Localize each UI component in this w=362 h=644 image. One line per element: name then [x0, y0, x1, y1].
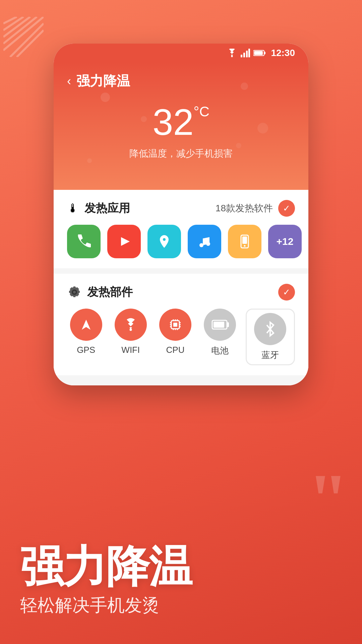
app-icon-maps[interactable] [147, 225, 181, 258]
status-bar: 12:30 [54, 44, 308, 62]
component-cpu[interactable]: CPU [156, 309, 194, 355]
app-icon-more[interactable]: +12 [268, 225, 302, 258]
svg-rect-8 [241, 55, 242, 57]
phone-body: 🌡 发热应用 18款发热软件 ✓ [54, 190, 308, 385]
svg-point-22 [129, 329, 132, 331]
page-title: 强力降温 [76, 72, 130, 90]
thermometer-icon: 🌡 [67, 201, 79, 215]
component-battery[interactable]: 电池 [201, 309, 239, 357]
svg-rect-14 [264, 52, 265, 54]
heating-components-section: 发热部件 ✓ GPS [54, 274, 308, 375]
wifi-icon-circle [115, 309, 147, 341]
svg-rect-10 [246, 51, 248, 57]
components-row: GPS WIFI [67, 309, 295, 365]
bubble-6 [87, 158, 92, 163]
bubble-4 [257, 123, 268, 133]
svg-rect-39 [227, 322, 229, 327]
phone-mockup: 12:30 ‹ 强力降温 32°C 降低温度，减少手机损害 🌡 发热应用 [54, 44, 308, 385]
temperature-unit: °C [194, 104, 209, 119]
battery-label: 电池 [211, 345, 229, 357]
phone-nav: ‹ 强力降温 [67, 72, 295, 90]
svg-rect-9 [243, 53, 245, 57]
heating-apps-section: 🌡 发热应用 18款发热软件 ✓ [54, 190, 308, 268]
svg-rect-24 [173, 323, 177, 327]
svg-rect-13 [254, 51, 263, 55]
cpu-label: CPU [166, 345, 185, 355]
back-arrow-icon[interactable]: ‹ [67, 74, 71, 88]
components-section-header: 发热部件 ✓ [67, 284, 295, 301]
components-section-title: 发热部件 [87, 284, 133, 300]
cpu-icon-circle [159, 309, 191, 341]
app-icon-mirror[interactable] [228, 225, 261, 258]
apps-section-header: 🌡 发热应用 18款发热软件 ✓ [67, 200, 295, 217]
apps-section-title: 发热应用 [84, 201, 130, 216]
wifi-status-icon [227, 49, 237, 57]
main-headline: 强力降温 [20, 545, 342, 588]
deco-quote: " [308, 463, 349, 537]
svg-rect-19 [242, 236, 247, 244]
bottom-text-section: 强力降温 轻松解决手机发烫 [0, 528, 362, 644]
svg-line-6 [17, 30, 44, 57]
gps-icon-circle [70, 309, 102, 341]
battery-icon-circle [204, 309, 236, 341]
svg-point-16 [199, 243, 203, 247]
status-icons [227, 49, 265, 57]
bluetooth-label: 蓝牙 [261, 349, 279, 361]
components-header-left: 发热部件 [67, 284, 133, 300]
svg-marker-15 [121, 237, 130, 246]
apps-count-badge: 18款发热软件 [216, 202, 273, 215]
bubble-1 [101, 93, 110, 102]
apps-row: +12 [67, 225, 295, 258]
gps-label: GPS [77, 345, 95, 355]
bubble-5 [236, 143, 241, 148]
app-icon-phone[interactable] [67, 225, 101, 258]
app-icon-music[interactable] [188, 225, 221, 258]
svg-point-17 [206, 242, 210, 246]
component-bluetooth[interactable]: 蓝牙 [246, 309, 295, 365]
svg-marker-21 [82, 320, 90, 330]
more-label: +12 [277, 236, 294, 247]
phone-header: ‹ 强力降温 32°C 降低温度，减少手机损害 [54, 62, 308, 190]
bubble-2 [141, 116, 147, 122]
apps-header-right: 18款发热软件 ✓ [216, 200, 295, 217]
wifi-label: WIFI [121, 345, 140, 355]
components-check-icon[interactable]: ✓ [278, 284, 295, 301]
temperature-value: 32 [153, 104, 193, 141]
svg-rect-11 [248, 49, 250, 57]
gear-icon [67, 285, 82, 300]
temperature-description: 降低温度，减少手机损害 [67, 147, 295, 160]
svg-rect-38 [214, 322, 224, 328]
svg-point-20 [244, 245, 246, 247]
component-wifi[interactable]: WIFI [112, 309, 149, 355]
deco-lines-icon [3, 17, 44, 57]
apps-check-icon[interactable]: ✓ [278, 200, 295, 217]
battery-status-icon [253, 49, 265, 57]
apps-header-left: 🌡 发热应用 [67, 201, 130, 216]
component-gps[interactable]: GPS [67, 309, 105, 355]
app-icon-video[interactable] [107, 225, 141, 258]
signal-status-icon [241, 49, 250, 57]
bubble-3 [241, 83, 248, 90]
bluetooth-icon-circle [254, 313, 286, 345]
status-time: 12:30 [271, 48, 295, 58]
svg-point-7 [231, 56, 233, 57]
sub-headline: 轻松解决手机发烫 [20, 594, 342, 617]
